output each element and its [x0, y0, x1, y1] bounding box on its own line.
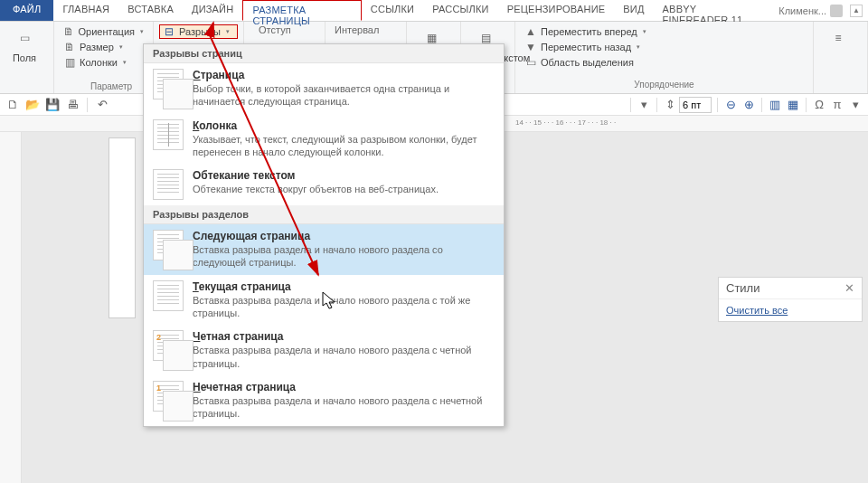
orientation-icon: 🗎 [63, 25, 75, 38]
tab-page-layout[interactable]: РАЗМЕТКА СТРАНИЦЫ [242, 0, 361, 21]
qat-zoom-in-icon[interactable]: ⊕ [741, 98, 756, 112]
align-button[interactable]: ≡ [819, 24, 857, 52]
qat-separator-3 [656, 98, 657, 112]
dd-textwrap-desc: Обтекание текста вокруг объектов на веб-… [193, 183, 439, 195]
dd-page-icon [153, 69, 184, 99]
dd-evenpage-icon: 2 [153, 330, 184, 361]
avatar-icon [830, 5, 843, 17]
ribbon-collapse-icon[interactable]: ▲ [850, 5, 863, 17]
styles-title-label: Стили [726, 281, 760, 295]
qat-open-icon[interactable]: 📂 [25, 98, 40, 112]
margins-icon: ▭ [12, 25, 37, 51]
dd-nextpage-desc: Вставка разрыва раздела и начало нового … [193, 243, 495, 270]
dd-continuous-title: Текущая страница [193, 280, 495, 293]
breaks-icon: ⊟ [163, 25, 175, 38]
size-icon: 🗎 [63, 41, 76, 53]
tab-file[interactable]: ФАЙЛ [0, 0, 53, 21]
qat-separator [87, 98, 88, 112]
document-page[interactable] [108, 137, 136, 318]
columns-button[interactable]: ▥ Колонки▾ [60, 55, 147, 70]
send-backward-icon: ▼ [524, 41, 537, 53]
qat-more-icon[interactable]: ▾ [848, 98, 863, 112]
dd-item-odd-page[interactable]: 1 Нечетная страница Вставка разрыва разд… [144, 375, 504, 426]
tab-insert[interactable]: ВСТАВКА [118, 0, 183, 21]
page-setup-group-label: Параметр [90, 81, 132, 91]
vertical-ruler [0, 132, 22, 483]
dd-item-column[interactable]: Колонка Указывает, что текст, следующий … [144, 114, 504, 165]
qat-pi-icon[interactable]: π [830, 98, 844, 112]
orientation-label: Ориентация [79, 26, 135, 37]
dd-item-continuous[interactable]: Текущая страница Вставка разрыва раздела… [144, 275, 504, 326]
qat-view2-icon[interactable]: ▦ [786, 98, 800, 112]
qat-caret-icon[interactable]: ▾ [637, 98, 651, 112]
dd-column-desc: Указывает, что текст, следующий за разры… [193, 133, 495, 159]
spacing-before-icon: ⇕ [663, 98, 677, 112]
qat-omega-icon[interactable]: Ω [812, 98, 826, 112]
styles-pane: Стили ✕ Очистить все [718, 277, 863, 322]
margins-label: Поля [13, 52, 36, 63]
orientation-button[interactable]: 🗎 Ориентация▾ [60, 24, 147, 39]
qat-separator-4 [717, 98, 718, 112]
selection-pane-label: Область выделения [541, 57, 634, 68]
qat-separator-5 [761, 98, 762, 112]
tab-abbyy[interactable]: ABBYY FineReader 11 [654, 0, 774, 21]
dd-textwrap-icon [153, 169, 184, 200]
dd-item-even-page[interactable]: 2 Четная страница Вставка разрыва раздел… [144, 325, 504, 375]
dd-section-page-breaks: Разрывы страниц [144, 44, 504, 63]
tab-view[interactable]: ВИД [614, 0, 653, 21]
columns-label: Колонки [80, 57, 118, 68]
bring-forward-icon: ▲ [524, 25, 537, 38]
qat-separator-6 [806, 98, 807, 112]
dd-column-title: Колонка [193, 119, 495, 132]
columns-icon: ▥ [63, 56, 76, 69]
tab-mailings[interactable]: РАССЫЛКИ [423, 0, 497, 21]
margins-button[interactable]: ▭ Поля [5, 24, 43, 64]
dd-item-page[interactable]: Страница Выбор точки, в которой заканчив… [144, 63, 504, 114]
dd-item-next-page[interactable]: Следующая страница Вставка разрыва разде… [144, 224, 504, 275]
dd-nextpage-icon [153, 230, 184, 260]
spacing-before-input[interactable] [679, 97, 712, 113]
bring-forward-label: Переместить вперед [541, 26, 637, 37]
selection-pane-icon: ▭ [524, 56, 537, 69]
send-backward-button[interactable]: ▼ Переместить назад▾ [521, 40, 807, 54]
qat-view1-icon[interactable]: ▥ [768, 98, 782, 112]
tab-references[interactable]: ССЫЛКИ [362, 0, 423, 21]
dd-page-title: Страница [193, 69, 495, 81]
dd-column-icon [153, 119, 184, 150]
tab-design[interactable]: ДИЗАЙН [183, 0, 242, 21]
dd-oddpage-icon: 1 [153, 381, 184, 412]
dd-evenpage-title: Четная страница [193, 330, 495, 343]
qat-print-icon[interactable]: 🖶 [65, 98, 80, 112]
selection-pane-button[interactable]: ▭ Область выделения [521, 55, 807, 70]
bring-forward-button[interactable]: ▲ Переместить вперед▾ [521, 24, 807, 39]
dd-oddpage-desc: Вставка разрыва раздела и начало нового … [193, 394, 495, 421]
dd-section-section-breaks: Разрывы разделов [144, 205, 504, 224]
dd-continuous-desc: Вставка разрыва раздела и начало нового … [193, 294, 495, 320]
breaks-button[interactable]: ⊟ Разрывы▾ [159, 24, 238, 39]
qat-save-icon[interactable]: 💾 [45, 98, 60, 112]
arrange-group-label: Упорядочение [521, 80, 807, 91]
send-backward-label: Переместить назад [541, 42, 631, 52]
account-user[interactable]: Клименк... ▲ [773, 0, 868, 21]
dd-continuous-icon [153, 280, 184, 311]
qat-zoom-out-icon[interactable]: ⊖ [723, 98, 738, 112]
qat-new-icon[interactable]: 🗋 [5, 98, 20, 112]
qat-undo-icon[interactable]: ↶ [95, 98, 109, 112]
size-button[interactable]: 🗎 Размер▾ [60, 40, 147, 54]
spacing-group-label: Интервал [331, 24, 401, 35]
tab-review[interactable]: РЕЦЕНЗИРОВАНИЕ [498, 0, 615, 21]
align-icon: ≡ [826, 25, 851, 51]
styles-close-icon[interactable]: ✕ [844, 281, 854, 295]
breaks-dropdown: Разрывы страниц Страница Выбор точки, в … [143, 43, 505, 427]
dd-textwrap-title: Обтекание текстом [193, 169, 439, 182]
ruler-ticks-label: 14 · · 15 · · · 16 · · · 17 · · · 18 · · [515, 118, 868, 129]
tab-home[interactable]: ГЛАВНАЯ [53, 0, 118, 21]
dd-item-textwrap[interactable]: Обтекание текстом Обтекание текста вокру… [144, 164, 504, 205]
size-label: Размер [80, 42, 114, 52]
styles-clear-all-link[interactable]: Очистить все [719, 299, 862, 321]
breaks-label: Разрывы [179, 26, 221, 37]
dd-nextpage-title: Следующая страница [193, 230, 495, 242]
qat-separator-2 [630, 98, 631, 112]
dd-page-desc: Выбор точки, в которой заканчивается одн… [193, 82, 495, 109]
user-name-label: Клименк... [778, 5, 826, 16]
